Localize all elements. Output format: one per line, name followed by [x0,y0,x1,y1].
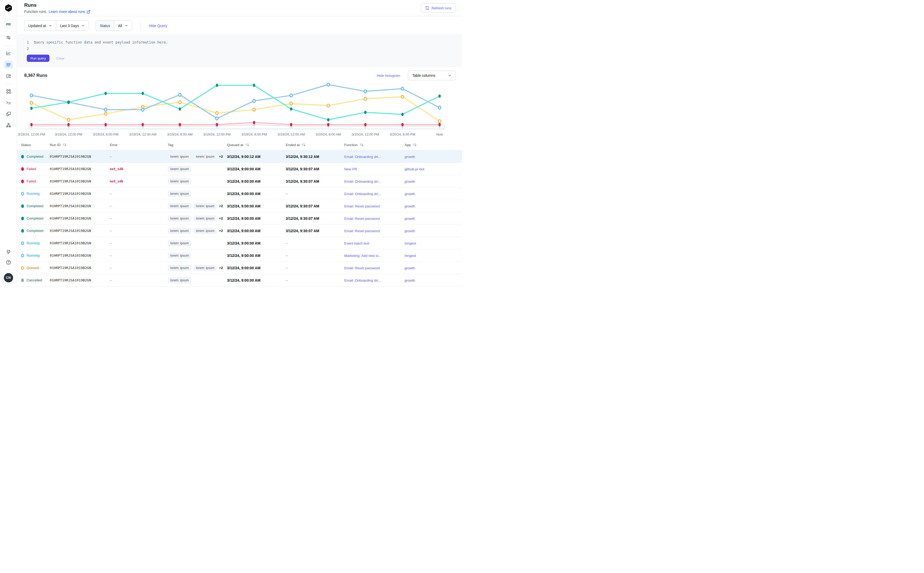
data-point-completed[interactable] [327,118,329,122]
data-point-completed[interactable] [216,84,218,87]
sort-icon[interactable] [360,143,363,147]
data-point-running[interactable] [364,90,366,93]
column-header-function[interactable]: Function [344,143,404,147]
data-point-completed[interactable] [401,113,404,116]
hide-query-link[interactable]: Hide Query [149,24,167,28]
table-row[interactable]: Failed01HRPT19RJSA1019B2GNnot_sdklorem: … [17,175,462,188]
app-link[interactable]: growth [404,180,415,183]
data-point-completed[interactable] [67,100,70,104]
app-link[interactable]: growth [404,266,415,270]
table-row[interactable]: Completed01HRPT19RJSA1019B2GN–lorem: ips… [17,200,462,212]
data-point-completed[interactable] [290,108,292,111]
app-link[interactable]: growth [404,192,415,196]
data-point-running[interactable] [253,99,255,102]
table-row[interactable]: Running01HRPT19RJSA1019B2GN–lorem: ipsum… [17,188,462,200]
data-point-running[interactable] [401,87,404,90]
column-header-ended-at[interactable]: Ended at [286,143,344,147]
data-point-queued[interactable] [104,112,107,115]
app-link[interactable]: github-pr-bot [404,167,424,171]
data-point-failed[interactable] [141,123,144,126]
data-point-failed[interactable] [438,123,441,126]
data-point-running[interactable] [179,93,181,96]
hide-histogram-link[interactable]: Hide histogram [377,74,400,78]
data-point-running[interactable] [290,94,293,97]
table-row[interactable]: Running01HRPT19RJSA1019B2GN–lorem: ipsum… [17,237,462,249]
app-link[interactable]: growth [404,279,415,282]
clear-query-button[interactable]: Clear [56,56,64,60]
data-point-running[interactable] [327,83,330,86]
sidebar-item-runs[interactable] [4,61,13,69]
table-row[interactable]: Completed01HRPT19RJSA1019B2GN–lorem: ips… [17,150,462,163]
table-row[interactable]: Running01HRPT19RJSA1019B2GN–lorem: ipsum… [17,249,462,262]
app-link[interactable]: growth [404,229,415,233]
environments-filter-icon[interactable] [4,34,13,41]
data-point-queued[interactable] [30,101,33,104]
data-point-queued[interactable] [179,101,181,104]
data-point-failed[interactable] [216,123,218,126]
status-filter-dropdown[interactable]: All [114,20,132,31]
column-header-app[interactable]: App [404,143,462,147]
app-link[interactable]: Inngest [404,241,416,245]
data-point-failed[interactable] [104,123,106,126]
table-columns-dropdown[interactable]: Table columns [408,70,456,80]
data-point-running[interactable] [30,94,33,97]
user-avatar[interactable]: CN [4,273,13,282]
sort-field-dropdown[interactable]: Updated at [25,20,56,31]
data-point-failed[interactable] [327,123,329,126]
function-link[interactable]: Email: Reset password [344,229,380,233]
data-point-completed[interactable] [364,111,366,114]
data-point-queued[interactable] [327,104,330,107]
data-point-completed[interactable] [438,95,441,98]
data-point-failed[interactable] [30,123,33,126]
data-point-queued[interactable] [364,97,366,100]
sort-icon[interactable] [63,143,66,147]
data-point-completed[interactable] [30,106,33,110]
sidebar-item-events[interactable] [4,110,13,118]
app-link[interactable]: growth [404,155,415,159]
run-query-button[interactable]: Run query [27,55,50,62]
app-link[interactable]: growth [404,217,415,221]
sidebar-item-event-search[interactable] [4,72,13,80]
data-point-failed[interactable] [290,123,292,126]
data-point-queued[interactable] [290,102,293,105]
table-row[interactable]: Queued01HRPT19RJSA1019B2GN–lorem: ipsuml… [17,262,462,274]
app-link[interactable]: growth [404,204,415,208]
sidebar-item-functions[interactable] [4,99,13,106]
data-point-failed[interactable] [401,123,404,126]
query-line-2[interactable]: 2 [17,45,462,52]
time-range-dropdown[interactable]: Last 3 Days [56,20,89,31]
data-point-completed[interactable] [253,84,255,87]
data-point-completed[interactable] [104,92,106,95]
table-row[interactable]: Completed01HRPT19RJSA1019B2GN–lorem: ips… [17,212,462,225]
data-point-queued[interactable] [67,118,70,121]
function-link[interactable]: New PR [344,167,357,171]
sort-icon[interactable] [302,143,305,147]
data-point-running[interactable] [141,108,144,111]
function-link[interactable]: Email: Onboarding dri... [344,180,381,183]
column-header-queued-at[interactable]: Queued at [227,143,286,147]
data-point-completed[interactable] [179,108,181,111]
function-link[interactable]: Email: Onboarding dri... [344,155,381,159]
data-point-running[interactable] [216,117,218,120]
sidebar-item-webhooks[interactable] [4,121,13,129]
function-link[interactable]: Email: Onboarding dri... [344,279,381,282]
function-link[interactable]: Marketing: Add new si... [344,254,381,258]
table-row[interactable]: Cancelled01HRPT19RJSA1019B2GN–lorem: ips… [17,274,462,286]
inngest-logo-icon[interactable] [5,4,13,12]
data-point-failed[interactable] [364,123,366,126]
function-link[interactable]: Event batch test [344,241,369,245]
function-link[interactable]: Email: Reset password [344,204,380,208]
data-point-completed[interactable] [141,92,144,95]
data-point-queued[interactable] [216,111,218,115]
sort-icon[interactable] [413,143,417,147]
environment-badge[interactable]: PR [4,20,13,28]
column-header-run-id[interactable]: Run ID [50,143,110,147]
table-row[interactable]: Failed01HRPT19RJSA1019B2GNnot_sdklorem: … [17,163,462,175]
table-row[interactable]: Completed01HRPT19RJSA1019B2GN–lorem: ips… [17,225,462,237]
help-icon[interactable] [4,258,13,266]
data-point-failed[interactable] [67,123,70,126]
function-link[interactable]: Email: Onboarding dri... [344,192,381,196]
app-link[interactable]: Inngest [404,254,416,258]
sidebar-item-metrics[interactable] [4,50,13,57]
data-point-queued[interactable] [438,119,441,123]
